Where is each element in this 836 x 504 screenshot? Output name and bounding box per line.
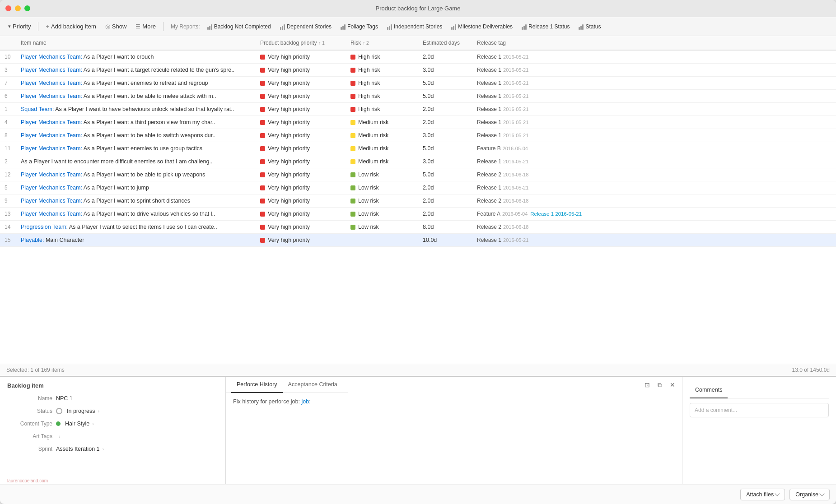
tab-comments[interactable]: Comments <box>690 382 728 398</box>
table-row[interactable]: 3Player Mechanics Team: As a Player I wa… <box>0 64 836 77</box>
report-dependent-stories[interactable]: Dependent Stories <box>276 22 335 32</box>
release-date: 2016-06-18 <box>503 172 528 177</box>
item-name-cell: Player Mechanics Team: As a Player I wan… <box>16 168 256 181</box>
priority-text: Very high priority <box>268 185 310 191</box>
risk-cell: Low risk <box>346 181 418 194</box>
detail-panel: Backlog item Name NPC 1 Status In progre… <box>0 376 836 484</box>
risk-text: Medium risk <box>358 158 388 165</box>
chart-icon-7 <box>579 23 584 30</box>
close-button[interactable] <box>5 5 11 11</box>
th-item-name[interactable]: Item name <box>16 36 256 50</box>
table-row[interactable]: 13Player Mechanics Team: As a Player I w… <box>0 208 836 221</box>
maximize-button[interactable] <box>24 5 30 11</box>
table-row[interactable]: 5Player Mechanics Team: As a Player I wa… <box>0 181 836 194</box>
report-milestone-deliverables[interactable]: Milestone Deliverables <box>448 22 516 32</box>
table-row[interactable]: 6Player Mechanics Team: As a Player I wa… <box>0 90 836 103</box>
name-label: Name <box>7 395 52 402</box>
status-value[interactable]: In progress › <box>56 408 99 414</box>
add-backlog-button[interactable]: + Add backlog item <box>42 21 99 32</box>
priority-color-dot <box>260 55 265 60</box>
detail-name-row: Name NPC 1 <box>7 395 218 402</box>
close-panel-button[interactable]: ✕ <box>668 380 677 390</box>
risk-text: High risk <box>358 54 380 60</box>
priority-cell: Very high priority <box>256 129 346 142</box>
table-row[interactable]: 11Player Mechanics Team: As a Player I w… <box>0 142 836 155</box>
priority-color-dot <box>260 185 265 190</box>
add-comment-input[interactable]: Add a comment... <box>690 403 829 417</box>
chevron-down-icon: ▾ <box>8 23 11 29</box>
row-number: 1 <box>0 103 16 116</box>
sprint-value[interactable]: Assets Iteration 1 › <box>56 446 104 452</box>
organise-chevron-icon <box>819 491 824 496</box>
priority-color-dot <box>260 120 265 125</box>
minimize-button[interactable] <box>15 5 21 11</box>
priority-color-dot <box>260 146 265 151</box>
attach-files-button[interactable]: Attach files <box>740 489 785 500</box>
th-release[interactable]: Release tag <box>472 36 836 50</box>
show-button[interactable]: ◎ Show <box>102 21 131 32</box>
expand-panel-button[interactable]: ⊡ <box>642 380 652 390</box>
report-status[interactable]: Status <box>575 22 604 32</box>
release-tag: Release 2 <box>477 171 501 178</box>
main-content: Item name Product backlog priority ↑ 1 R <box>0 36 836 504</box>
risk-text: Low risk <box>358 211 379 217</box>
table-row[interactable]: 14Progression Team: As a Player I want t… <box>0 221 836 234</box>
priority-cell: Very high priority <box>256 155 346 168</box>
priority-cell: Very high priority <box>256 194 346 208</box>
tab-acceptance-criteria[interactable]: Acceptance Criteria <box>283 377 343 393</box>
release-date: 2016-05-21 <box>503 67 528 73</box>
chart-icon-6 <box>522 23 527 30</box>
priority-text: Very high priority <box>268 198 310 204</box>
art-tags-value[interactable]: › <box>56 434 61 439</box>
report-release-1-status[interactable]: Release 1 Status <box>518 22 573 32</box>
item-name-cell: Player Mechanics Team: As a Player I wan… <box>16 50 256 64</box>
priority-cell: Very high priority <box>256 77 346 90</box>
release-tag-cell: Release 22016-06-18 <box>472 168 836 181</box>
priority-sort-indicator: ↑ 1 <box>318 41 324 46</box>
report-independent-stories[interactable]: Independent Stories <box>383 22 446 32</box>
table-row[interactable]: 9Player Mechanics Team: As a Player I wa… <box>0 194 836 208</box>
priority-text: Very high priority <box>268 224 310 230</box>
report-backlog-not-completed[interactable]: Backlog Not Completed <box>204 22 275 32</box>
table-row[interactable]: 1Squad Team: As a Player I want to have … <box>0 103 836 116</box>
table-row[interactable]: 4Player Mechanics Team: As a Player I wa… <box>0 116 836 129</box>
risk-text: Low risk <box>358 198 379 204</box>
more-button[interactable]: ☰ More <box>132 21 159 32</box>
table-body: 10Player Mechanics Team: As a Player I w… <box>0 50 836 247</box>
row-number: 13 <box>0 208 16 221</box>
content-type-value[interactable]: Hair Style › <box>56 421 94 427</box>
tab-perforce-history[interactable]: Perforce History <box>231 377 283 393</box>
table-row[interactable]: 8Player Mechanics Team: As a Player I wa… <box>0 129 836 142</box>
report-foliage-tags[interactable]: Foliage Tags <box>337 22 382 32</box>
priority-color-dot <box>260 159 265 164</box>
perforce-job-link[interactable]: job <box>301 398 309 405</box>
detail-content-type-row: Content Type Hair Style › <box>7 421 218 427</box>
priority-dropdown[interactable]: ▾ Priority <box>5 21 34 32</box>
item-name-cell: Player Mechanics Team: As a Player I wan… <box>16 90 256 103</box>
team-name: Player Mechanics Team: <box>21 211 82 217</box>
priority-cell: Very high priority <box>256 168 346 181</box>
external-link-button[interactable]: ⧉ <box>655 380 665 390</box>
row-number: 15 <box>0 234 16 247</box>
priority-color-dot <box>260 199 265 203</box>
risk-text: High risk <box>358 80 380 86</box>
risk-color-dot <box>350 185 355 190</box>
table-row[interactable]: 10Player Mechanics Team: As a Player I w… <box>0 50 836 64</box>
th-days[interactable]: Estimated days <box>418 36 472 50</box>
th-priority[interactable]: Product backlog priority ↑ 1 <box>256 36 346 50</box>
table-area[interactable]: Item name Product backlog priority ↑ 1 R <box>0 36 836 364</box>
table-row[interactable]: 2As a Player I want to encounter more di… <box>0 155 836 168</box>
release-tag-cell: Release 12016-05-21 <box>472 103 836 116</box>
table-row[interactable]: 7Player Mechanics Team: As a Player I wa… <box>0 77 836 90</box>
release-tag: Release 1 <box>477 80 501 86</box>
table-row[interactable]: 15Playable: Main CharacterVery high prio… <box>0 234 836 247</box>
release-date: 2016-06-18 <box>503 198 528 203</box>
table-row[interactable]: 12Player Mechanics Team: As a Player I w… <box>0 168 836 181</box>
organise-button[interactable]: Organise <box>789 489 830 500</box>
chart-icon-4 <box>387 23 392 30</box>
th-risk[interactable]: Risk ↑ 2 <box>346 36 418 50</box>
estimated-days-cell: 5.0d <box>418 168 472 181</box>
detail-panel-title: Backlog item <box>7 382 44 389</box>
priority-text: Very high priority <box>268 211 310 217</box>
item-name-cell: Player Mechanics Team: As a Player I wan… <box>16 142 256 155</box>
